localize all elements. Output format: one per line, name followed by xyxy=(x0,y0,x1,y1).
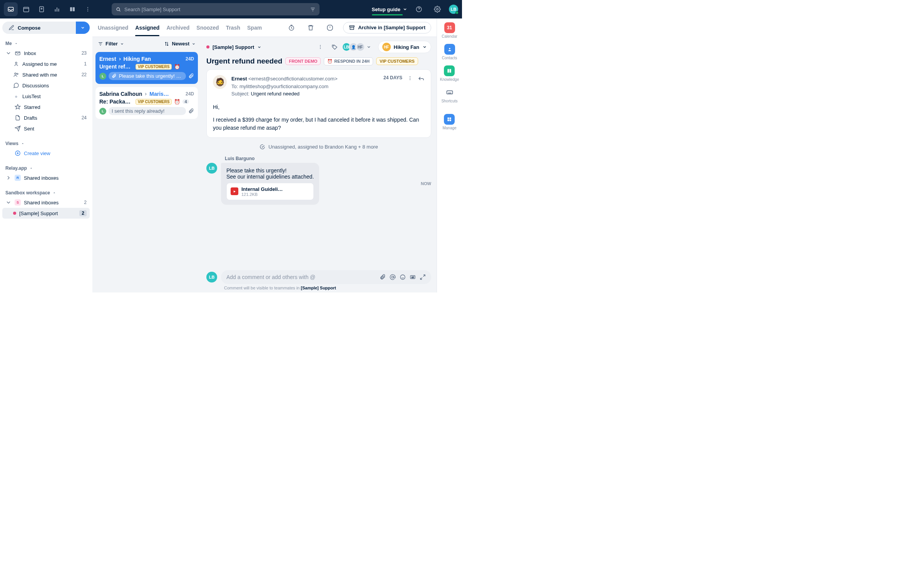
attachment-icon[interactable] xyxy=(380,274,386,280)
search-input[interactable] xyxy=(124,7,307,12)
sidebar-label: LuisTest xyxy=(22,94,41,99)
more-apps-icon[interactable] xyxy=(81,2,95,16)
convo-to: Hiking Fan xyxy=(124,56,151,62)
settings-icon[interactable] xyxy=(430,2,444,16)
compose-button[interactable]: Compose xyxy=(2,22,76,34)
sidebar-count: 1 xyxy=(84,61,87,67)
spam-icon[interactable] xyxy=(324,22,336,34)
tab-trash[interactable]: Trash xyxy=(226,19,240,36)
comment-input[interactable]: GIF xyxy=(221,270,431,284)
svg-point-25 xyxy=(410,79,410,80)
participants[interactable]: LB 👤 HF xyxy=(344,42,371,52)
chevron-right-icon xyxy=(144,92,148,96)
sidebar-item-shared[interactable]: Shared with me 22 xyxy=(2,69,90,80)
tag-icon[interactable] xyxy=(330,42,340,52)
expand-icon[interactable] xyxy=(420,274,426,280)
snippet-pill: Please take this urgently! S… xyxy=(109,72,186,80)
rail-contacts[interactable]: Contacts xyxy=(442,44,457,60)
tag-vip[interactable]: VIP CUSTOMERS xyxy=(376,57,418,65)
file-attachment[interactable]: ▸ Internal Guideli… 121.2KB xyxy=(226,183,314,200)
conversation-card[interactable]: Sabrina Calhoun Maris… 24D Re: Packag… V… xyxy=(95,87,198,119)
snooze-icon[interactable] xyxy=(285,22,298,34)
rail-calendar[interactable]: 31Calendar xyxy=(442,22,457,38)
section-relay-header[interactable]: Relay.app xyxy=(2,162,90,172)
svg-rect-37 xyxy=(450,120,451,121)
filter-icon[interactable] xyxy=(310,7,316,12)
conversation-card[interactable]: Ernest Hiking Fan 24D Urgent refu… VIP C… xyxy=(95,52,198,84)
contacts-app-icon[interactable] xyxy=(35,2,49,16)
attachment-icon xyxy=(188,73,194,79)
calendar-icon: 31 xyxy=(444,22,455,33)
sidebar-item-assigned[interactable]: Assigned to me 1 xyxy=(2,58,90,69)
split-view-icon[interactable] xyxy=(65,2,79,16)
search-container xyxy=(112,3,320,15)
assignee-chip[interactable]: HF Hiking Fan xyxy=(378,41,431,53)
composer: LB GIF Comment will be v xyxy=(201,267,437,292)
chevron-down-icon xyxy=(80,25,85,30)
rail-knowledge[interactable]: Knowledge xyxy=(440,65,459,82)
message-age: 24 DAYS xyxy=(383,75,402,80)
sidebar-item-luistest[interactable]: ● LuisTest xyxy=(2,91,90,102)
sidebar-item-sandbox-shared[interactable]: S Shared inboxes 2 xyxy=(2,197,90,208)
sidebar-item-discussions[interactable]: Discussions xyxy=(2,80,90,91)
sidebar-item-sample-support[interactable]: [Sample] Support 2 xyxy=(2,208,90,219)
tab-unassigned[interactable]: Unassigned xyxy=(98,19,128,36)
sidebar-item-drafts[interactable]: Drafts 24 xyxy=(2,112,90,123)
compose-label: Compose xyxy=(18,25,40,31)
comment-field[interactable] xyxy=(226,274,377,280)
message-subject: Urgent refund needed xyxy=(251,91,300,97)
tab-archived[interactable]: Archived xyxy=(166,19,189,36)
rail-shortcuts[interactable]: Shortcuts xyxy=(441,87,457,103)
comment-author: Luis Barguno xyxy=(225,156,431,161)
emoji-icon[interactable] xyxy=(400,274,406,280)
more-icon[interactable] xyxy=(407,75,413,81)
gif-icon[interactable]: GIF xyxy=(410,274,416,280)
analytics-app-icon[interactable] xyxy=(50,2,64,16)
sidebar-create-view[interactable]: Create view xyxy=(2,148,90,159)
message-head: 🧔 Ernest <ernest@secondfictionalcustomer… xyxy=(213,75,425,98)
filter-button[interactable]: Filter xyxy=(98,41,124,47)
inbox-icon xyxy=(15,50,21,56)
rail-manage[interactable]: Manage xyxy=(442,114,456,130)
tab-snoozed[interactable]: Snoozed xyxy=(196,19,219,36)
filter-icon xyxy=(98,41,103,47)
subject-row: Urgent refund needed FRONT DEMO ⏰RESPOND… xyxy=(201,57,437,69)
mention-icon[interactable] xyxy=(390,274,396,280)
section-sandbox-header[interactable]: Sandbox workspace xyxy=(2,187,90,197)
tab-assigned[interactable]: Assigned xyxy=(135,19,159,36)
alarm-emoji-icon: ⏰ xyxy=(174,99,180,105)
tab-spam[interactable]: Spam xyxy=(247,19,262,36)
bullet-icon: ● xyxy=(13,93,19,99)
tag-respond[interactable]: ⏰RESPOND IN 24H xyxy=(324,57,373,65)
file-icon xyxy=(15,115,21,121)
section-me-header[interactable]: Me xyxy=(2,38,90,48)
calendar-app-icon[interactable] xyxy=(19,2,33,16)
alarm-emoji-icon: ⏰ xyxy=(174,64,180,70)
sidebar-item-relay-shared[interactable]: R Shared inboxes xyxy=(2,172,90,183)
activity-line[interactable]: Unassigned, assigned to Brandon Kang + 8… xyxy=(201,138,437,156)
archive-icon xyxy=(349,25,355,31)
tag-demo[interactable]: FRONT DEMO xyxy=(285,57,321,65)
sidebar-item-inbox[interactable]: Inbox 23 xyxy=(2,48,90,58)
inbox-app-icon[interactable] xyxy=(4,2,18,16)
compose-dropdown[interactable] xyxy=(76,22,90,34)
sidebar-item-starred[interactable]: Starred xyxy=(2,102,90,112)
setup-guide-link[interactable]: Setup guide xyxy=(372,7,407,12)
archive-button[interactable]: Archive in [Sample] Support xyxy=(343,22,431,33)
reply-icon[interactable] xyxy=(418,75,425,82)
topbar: Setup guide LB xyxy=(0,0,462,18)
search-bar[interactable] xyxy=(112,3,320,15)
more-icon[interactable] xyxy=(315,42,326,52)
chevron-down-icon xyxy=(422,45,427,49)
channel-chip[interactable]: [Sample] Support xyxy=(206,44,261,50)
sidebar-count: 24 xyxy=(82,115,87,120)
trash-icon[interactable] xyxy=(305,22,317,34)
sidebar-item-sent[interactable]: Sent xyxy=(2,123,90,134)
conversation-list: Filter Newest Ernest Hiking Fan xyxy=(92,37,201,292)
sort-button[interactable]: Newest xyxy=(164,41,196,47)
help-icon[interactable] xyxy=(412,2,426,16)
send-icon xyxy=(15,125,21,132)
sidebar-label: Starred xyxy=(24,104,40,110)
user-avatar[interactable]: LB xyxy=(449,5,458,14)
section-views-header[interactable]: Views xyxy=(2,138,90,148)
